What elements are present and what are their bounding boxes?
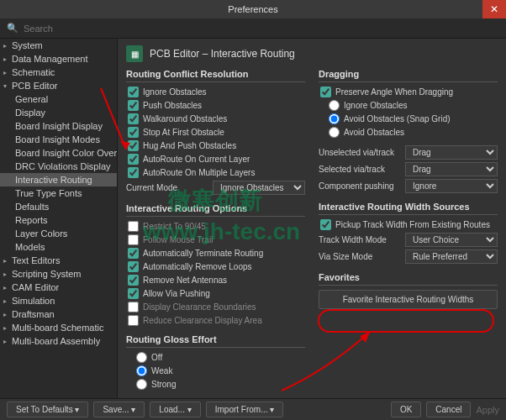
sidebar-item[interactable]: Interactive Routing [0,173,117,186]
load-button[interactable]: Load... ▾ [150,402,200,417]
sidebar-item-label: Multi-board Schematic [12,323,103,333]
conflict-checkbox[interactable] [128,154,139,165]
sidebar-item[interactable]: DRC Violations Display [0,160,117,173]
sidebar-item-label: Display [15,108,45,118]
conflict-checkbox[interactable] [128,113,139,124]
drag-row-label: Selected via/track [319,165,385,174]
section-title: Routing Conflict Resolution [126,69,305,82]
option-label: Display Clearance Boundaries [143,302,256,312]
sidebar-item-label: Multi-board Assembly [12,336,100,346]
width-row-label: Track Width Mode [319,235,387,244]
import-button[interactable]: Import From... ▾ [206,402,284,417]
conflict-checkbox[interactable] [128,87,139,97]
sidebar-item[interactable]: True Type Fonts [0,186,117,200]
drag-label: Avoid Obstacles (Snap Grid) [344,114,451,123]
sidebar-item-label: Models [15,242,45,252]
current-mode-label: Current Mode [126,183,177,192]
width-row-select[interactable]: Rule Preferred [405,249,498,264]
close-button[interactable]: ✕ [482,0,506,18]
gloss-label: Weak [151,366,172,375]
sidebar-item[interactable]: ▸Multi-board Schematic [0,321,117,334]
sidebar-item[interactable]: ▸Schematic [0,66,117,79]
conflict-label: Walkaround Obstacles [143,114,227,123]
sidebar-item[interactable]: ▸Simulation [0,294,117,307]
sidebar-item-label: DRC Violations Display [15,161,111,171]
sidebar-item[interactable]: Board Insight Modes [0,133,117,146]
main-panel: ▦ PCB Editor – Interactive Routing Routi… [118,39,506,398]
section-options: Interactive Routing Options Restrict To … [126,203,305,326]
conflict-label: AutoRoute On Current Layer [143,155,250,164]
gloss-radio[interactable] [136,379,147,390]
sidebar-item[interactable]: Models [0,240,117,254]
gloss-radio[interactable] [136,352,147,363]
preserve-angle-checkbox[interactable] [320,87,331,97]
sidebar-item-label: Text Editors [12,255,60,265]
sidebar-item[interactable]: ▸Draftsman [0,307,117,321]
section-title: Favorites [319,272,498,286]
conflict-checkbox[interactable] [128,127,139,138]
current-mode-select[interactable]: Ignore Obstacles [213,181,305,195]
option-checkbox[interactable] [128,248,139,259]
option-checkbox[interactable] [128,275,139,286]
conflict-checkbox[interactable] [128,167,139,178]
drag-row-label: Component pushing [319,181,394,191]
chevron-icon: ▸ [3,257,12,265]
drag-row-select[interactable]: Drag [405,145,498,160]
option-label: Remove Net Antennas [143,276,227,285]
sidebar-item[interactable]: ▸CAM Editor [0,281,117,294]
search-input[interactable] [24,24,499,34]
search-icon: 🔍 [7,23,18,34]
option-checkbox[interactable] [128,234,139,245]
sidebar-item[interactable]: Layer Colors [0,227,117,240]
sidebar-item[interactable]: Defaults [0,200,117,213]
option-checkbox[interactable] [128,302,139,312]
sidebar-item[interactable]: ▾PCB Editor [0,79,117,92]
sidebar-item-label: Layer Colors [15,228,67,239]
drag-radio[interactable] [329,127,340,138]
sidebar-item[interactable]: ▸Multi-board Assembly [0,334,117,348]
option-checkbox[interactable] [128,315,139,326]
sidebar-item[interactable]: Display [0,106,117,119]
save-button[interactable]: Save... ▾ [93,402,145,417]
sidebar-item[interactable]: Board Insight Color Overrides [0,146,117,160]
favorite-widths-button[interactable]: Favorite Interactive Routing Widths [319,290,498,309]
sidebar-item[interactable]: ▸Scripting System [0,267,117,281]
conflict-label: Hug And Push Obstacles [143,141,236,150]
conflict-label: Ignore Obstacles [143,87,207,97]
sidebar-item[interactable]: ▸System [0,39,117,52]
option-checkbox[interactable] [128,288,139,299]
drag-label: Ignore Obstacles [344,101,408,110]
set-defaults-button[interactable]: Set To Defaults ▾ [7,402,88,417]
content-area: ▸System▸Data Management▸Schematic▾PCB Ed… [0,39,506,398]
sidebar-item-label: Draftsman [12,309,55,319]
sidebar-item[interactable]: Board Insight Display [0,119,117,133]
sidebar-item-label: Board Insight Display [15,121,103,131]
option-checkbox[interactable] [128,221,139,232]
sidebar-item[interactable]: General [0,92,117,106]
drag-row-select[interactable]: Ignore [405,179,498,193]
width-row-select[interactable]: User Choice [405,233,498,247]
gloss-radio[interactable] [136,365,147,376]
option-label: Restrict To 90/45 [143,222,206,231]
chevron-icon: ▸ [3,297,12,305]
sidebar-item[interactable]: ▸Text Editors [0,254,117,267]
option-label: Automatically Terminate Routing [143,249,263,258]
sidebar-item[interactable]: Reports [0,213,117,227]
sidebar-item-label: Data Management [12,54,88,64]
chevron-icon: ▸ [3,324,12,332]
ok-button[interactable]: OK [391,402,421,417]
drag-radio[interactable] [329,100,340,111]
conflict-checkbox[interactable] [128,140,139,151]
cancel-button[interactable]: Cancel [426,402,471,417]
option-checkbox[interactable] [128,261,139,272]
width-row-label: Via Size Mode [319,252,372,261]
conflict-checkbox[interactable] [128,100,139,111]
drag-row-select[interactable]: Drag [405,162,498,176]
pickup-width-checkbox[interactable] [320,219,331,230]
section-dragging: Dragging Preserve Angle When Dragging Ig… [319,69,498,193]
gloss-label: Off [151,353,162,362]
sidebar-item[interactable]: ▸Data Management [0,52,117,66]
title-bar: Preferences ✕ [0,0,506,18]
drag-radio[interactable] [329,113,340,124]
option-label: Follow Mouse Trail [143,235,213,244]
